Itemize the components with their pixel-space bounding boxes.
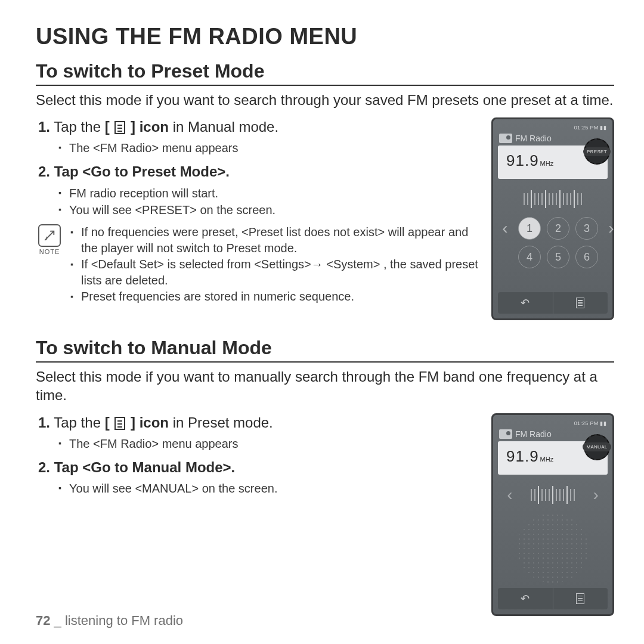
step-text-post: in Preset mode. bbox=[169, 414, 273, 431]
menu-icon bbox=[114, 417, 125, 430]
preset-slot[interactable]: 3 bbox=[575, 217, 598, 240]
device-footer-bar: ↶ bbox=[498, 292, 608, 314]
page-footer: 72 _ listening to FM radio bbox=[36, 613, 183, 628]
footer-sep: _ bbox=[50, 613, 64, 628]
section-heading-manual: To switch to Manual Mode bbox=[36, 337, 614, 363]
note-block: NOTE If no frequencies were preset, <Pre… bbox=[36, 224, 479, 305]
icon-word: icon bbox=[140, 414, 169, 431]
menu-icon bbox=[114, 121, 125, 134]
speaker-icon bbox=[517, 513, 589, 583]
section-heading-preset: To switch to Preset Mode bbox=[36, 60, 614, 86]
preset-slot[interactable]: 6 bbox=[575, 246, 598, 268]
section-intro-preset: Select this mode if you want to search t… bbox=[36, 91, 614, 109]
device-screenshot-manual: 01:25 PM ▮▮ FM Radio MANUAL 91.9MHz ‹ › … bbox=[491, 413, 614, 616]
step-number: 2. bbox=[38, 459, 50, 475]
step-number: 2. bbox=[38, 163, 50, 179]
note-icon: NOTE bbox=[36, 224, 63, 305]
back-button[interactable]: ↶ bbox=[498, 588, 553, 609]
step-1b: 1. Tap the [ ] icon in Preset mode. bbox=[38, 413, 479, 432]
step-number: 1. bbox=[38, 119, 50, 135]
bullet: You will see <PRESET> on the screen. bbox=[58, 202, 479, 218]
bullet: You will see <MANUAL> on the screen. bbox=[58, 480, 479, 497]
step-2b-bullets: You will see <MANUAL> on the screen. bbox=[58, 480, 479, 497]
tuning-dial bbox=[498, 185, 608, 213]
step-2a: 2. Tap <Go to Preset Mode>. bbox=[38, 162, 479, 181]
step-text: Tap <Go to Manual Mode>. bbox=[54, 459, 236, 475]
note-list: If no frequencies were preset, <Preset l… bbox=[70, 224, 479, 305]
step-text-pre: Tap the bbox=[54, 119, 104, 135]
chevron-right-icon[interactable]: › bbox=[604, 219, 618, 238]
radio-icon bbox=[499, 429, 512, 439]
page-title: USING THE FM RADIO MENU bbox=[36, 24, 614, 49]
device-clock: 01:25 PM bbox=[574, 125, 599, 131]
bullet: The <FM Radio> menu appears bbox=[58, 435, 479, 452]
menu-button[interactable] bbox=[553, 588, 608, 609]
step-number: 1. bbox=[38, 414, 50, 431]
bullet: FM radio reception will start. bbox=[58, 185, 479, 202]
menu-button[interactable] bbox=[553, 292, 608, 314]
chevron-left-icon[interactable]: ‹ bbox=[498, 219, 512, 238]
frequency-unit: MHz bbox=[540, 160, 554, 167]
frequency-panel: PRESET 91.9MHz bbox=[498, 145, 608, 179]
bullet: The <FM Radio> menu appears bbox=[58, 140, 479, 156]
frequency-value: 91.9 bbox=[506, 151, 539, 169]
device-status-bar: 01:25 PM ▮▮ bbox=[498, 124, 608, 132]
back-button[interactable]: ↶ bbox=[498, 292, 553, 314]
preset-slot[interactable]: 2 bbox=[547, 217, 569, 240]
footer-chapter: listening to FM radio bbox=[65, 613, 183, 628]
chevron-right-icon[interactable]: › bbox=[593, 485, 598, 504]
device-app-title: FM Radio bbox=[515, 429, 552, 439]
section-intro-manual: Select this mode if you want to manually… bbox=[36, 367, 614, 404]
step-text-post: in Manual mode. bbox=[169, 119, 278, 135]
frequency-unit: MHz bbox=[540, 456, 554, 463]
note-item: Preset frequencies are stored in numeric… bbox=[70, 289, 479, 305]
mode-indicator: MANUAL bbox=[584, 434, 610, 460]
radio-icon bbox=[499, 134, 512, 143]
mode-text: PRESET bbox=[583, 147, 611, 156]
chevron-left-icon[interactable]: ‹ bbox=[507, 485, 512, 504]
mode-text: MANUAL bbox=[583, 442, 611, 451]
tuning-dial: ‹ › bbox=[498, 481, 608, 509]
preset-slot[interactable]: 4 bbox=[518, 246, 541, 268]
preset-slot[interactable]: 1 bbox=[518, 217, 541, 240]
device-status-bar: 01:25 PM ▮▮ bbox=[498, 420, 608, 428]
frequency-value: 91.9 bbox=[506, 447, 539, 465]
step-2b: 2. Tap <Go to Manual Mode>. bbox=[38, 458, 479, 476]
step-1a: 1. Tap the [ ] icon in Manual mode. bbox=[38, 117, 479, 136]
icon-word: icon bbox=[140, 119, 169, 135]
device-screenshot-preset: 01:25 PM ▮▮ FM Radio PRESET 91.9MHz ‹ 1 … bbox=[491, 117, 614, 320]
frequency-panel: MANUAL 91.9MHz bbox=[498, 441, 608, 475]
page-number: 72 bbox=[36, 613, 50, 628]
note-label: NOTE bbox=[36, 248, 63, 255]
step-text: Tap <Go to Preset Mode>. bbox=[54, 163, 230, 179]
note-item: If <Default Set> is selected from <Setti… bbox=[70, 256, 479, 289]
preset-slot[interactable]: 5 bbox=[547, 246, 569, 268]
note-item: If no frequencies were preset, <Preset l… bbox=[70, 224, 479, 256]
mode-indicator: PRESET bbox=[584, 138, 610, 165]
device-app-title: FM Radio bbox=[515, 134, 552, 143]
step-1a-bullets: The <FM Radio> menu appears bbox=[58, 140, 479, 156]
device-clock: 01:25 PM bbox=[574, 420, 599, 426]
step-text-pre: Tap the bbox=[54, 414, 104, 431]
step-2a-bullets: FM radio reception will start. You will … bbox=[58, 185, 479, 218]
step-1b-bullets: The <FM Radio> menu appears bbox=[58, 435, 479, 452]
device-footer-bar: ↶ bbox=[498, 588, 608, 609]
preset-number-grid: ‹ 1 2 3 › 4 5 6 bbox=[498, 217, 608, 268]
